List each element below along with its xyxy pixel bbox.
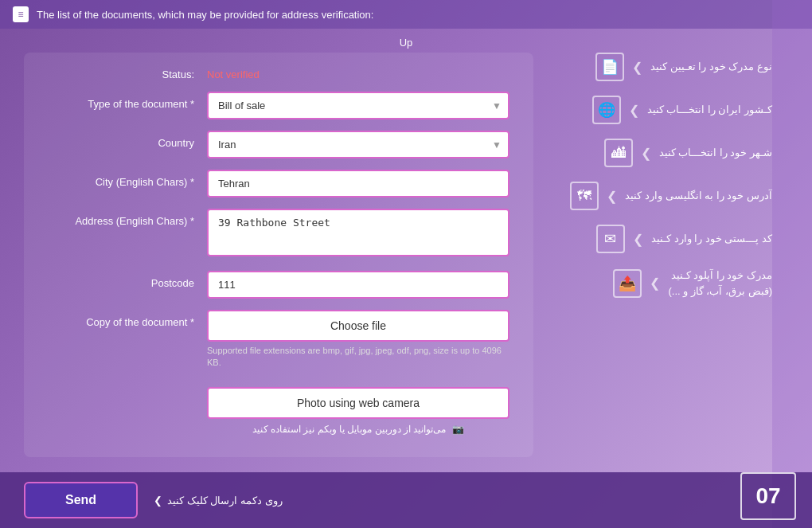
hint-arrow-0: ❯ <box>632 60 642 75</box>
country-select-wrapper: Iran USA UK ▼ <box>207 131 509 158</box>
hint-item-2: شـهر خود را انتخـــاب کنید ❯ 🏙 <box>549 139 772 167</box>
country-control: Iran USA UK ▼ <box>207 131 509 158</box>
address-row: Address (English Chars) 39 Rathbone Stre… <box>48 209 509 260</box>
doc-type-control: Bill of sale Utility bill Bank statement… <box>207 92 509 119</box>
file-hint-text: Supported file extensions are bmp, gif, … <box>207 345 509 370</box>
city-label: City (English Chars) <box>48 170 207 188</box>
send-hint: روی دکمه ارسال کلیک کنید ❯ <box>154 495 282 506</box>
doc-type-select-wrapper: Bill of sale Utility bill Bank statement… <box>207 92 509 119</box>
hint-text-0: نوع مدرک خود را تعـیین کنید <box>650 59 772 75</box>
country-row: Country Iran USA UK ▼ <box>48 131 509 158</box>
address-control: 39 Rathbone Street <box>207 209 509 260</box>
send-hint-arrow-icon: ❯ <box>154 495 162 506</box>
hint-text-3: آدرس خود را به انگلیسی وارد کنید <box>625 188 772 204</box>
hint-text-2: شـهر خود را انتخـــاب کنید <box>659 145 772 161</box>
doc-type-select[interactable]: Bill of sale Utility bill Bank statement <box>207 92 509 119</box>
doc-type-row: Type of the document Bill of sale Utilit… <box>48 92 509 119</box>
country-label: Country <box>48 131 207 149</box>
city-input[interactable] <box>207 170 509 198</box>
camera-icon: 📷 <box>452 424 464 435</box>
info-text: The list of the documents, which may be … <box>37 9 373 21</box>
hint-item-1: کـشور ایران را انتخـــاب کنید ❯ 🌐 <box>549 96 772 124</box>
copy-label: Copy of the document <box>48 310 207 328</box>
country-select[interactable]: Iran USA UK <box>207 131 509 158</box>
hint-icon-0: 📄 <box>595 53 624 81</box>
photo-button[interactable]: Photo using web camera <box>207 387 509 419</box>
hint-arrow-5: ❯ <box>650 276 660 291</box>
choose-file-button[interactable]: Choose file <box>207 310 509 342</box>
doc-type-label: Type of the document <box>48 92 207 110</box>
hints-panel: نوع مدرک خود را تعـیین کنید ❯ 📄 کـشور ای… <box>533 53 788 457</box>
info-icon: ≡ <box>13 6 29 22</box>
hint-arrow-2: ❯ <box>641 146 651 161</box>
send-button[interactable]: Send <box>24 482 138 518</box>
hint-icon-1: 🌐 <box>592 96 621 124</box>
camera-hint: 📷 می‌توانید از دوربین موبایل یا وبکم نیز… <box>207 424 509 435</box>
form-panel: Status: Not verified Type of the documen… <box>24 53 533 457</box>
hint-icon-3: 🗺 <box>570 182 599 210</box>
address-label: Address (English Chars) <box>48 209 207 227</box>
step-number: 07 <box>755 483 780 509</box>
photo-section: Photo using web camera 📷 می‌توانید از دو… <box>48 381 509 435</box>
hint-icon-2: 🏙 <box>604 139 633 167</box>
up-area: Up <box>0 29 812 53</box>
postcode-row: Postcode <box>48 271 509 299</box>
right-deco-panel <box>772 0 812 528</box>
send-hint-text: روی دکمه ارسال کلیک کنید <box>167 495 282 506</box>
main-content: Status: Not verified Type of the documen… <box>0 53 812 457</box>
step-badge: 07 <box>740 472 796 520</box>
postcode-label: Postcode <box>48 271 207 289</box>
hint-item-5: مدرک خود را آپلود کـنید (قبض برق، آب، گا… <box>549 268 772 299</box>
city-control <box>207 170 509 198</box>
address-input[interactable]: 39 Rathbone Street <box>207 209 509 256</box>
hint-icon-5: 📤 <box>613 269 642 298</box>
hint-arrow-3: ❯ <box>607 189 617 204</box>
status-value: Not verified <box>207 68 260 80</box>
status-row: Status: Not verified <box>48 68 509 80</box>
info-bar: ≡ The list of the documents, which may b… <box>0 0 812 29</box>
postcode-control <box>207 271 509 299</box>
copy-row: Copy of the document Choose file Support… <box>48 310 509 370</box>
hint-text-1: کـشور ایران را انتخـــاب کنید <box>647 102 772 118</box>
hint-text-5: مدرک خود را آپلود کـنید (قبض برق، آب، گا… <box>668 268 772 299</box>
copy-control: Choose file Supported file extensions ar… <box>207 310 509 370</box>
up-button[interactable]: Up <box>400 37 413 49</box>
status-label: Status: <box>48 68 207 80</box>
camera-hint-text: می‌توانید از دوربین موبایل یا وبکم نیز ا… <box>252 424 447 435</box>
hint-item-0: نوع مدرک خود را تعـیین کنید ❯ 📄 <box>549 53 772 81</box>
city-row: City (English Chars) <box>48 170 509 198</box>
bottom-bar: Send روی دکمه ارسال کلیک کنید ❯ 07 <box>0 472 812 528</box>
hint-item-4: کد پـــستی خود را وارد کـنید ❯ ✉ <box>549 225 772 253</box>
hint-item-3: آدرس خود را به انگلیسی وارد کنید ❯ 🗺 <box>549 182 772 210</box>
hint-arrow-4: ❯ <box>633 232 643 247</box>
hint-arrow-1: ❯ <box>629 103 639 118</box>
hint-text-4: کد پـــستی خود را وارد کـنید <box>651 231 772 247</box>
hint-icon-4: ✉ <box>596 225 625 253</box>
postcode-input[interactable] <box>207 271 509 299</box>
